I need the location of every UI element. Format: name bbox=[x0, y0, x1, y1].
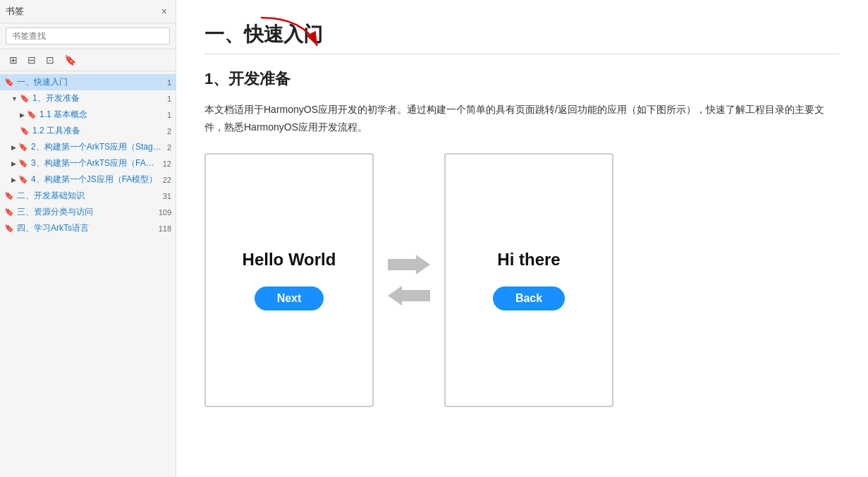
list-item[interactable]: 🔖 三、资源分类与访问 109 bbox=[0, 204, 176, 220]
item-label: 一、快速入门 bbox=[17, 76, 164, 88]
list-item[interactable]: 🔖 四、学习ArkTs语言 118 bbox=[0, 220, 176, 236]
bookmark-icon: 🔖 bbox=[18, 175, 28, 184]
search-bar bbox=[0, 23, 176, 49]
bookmark-icon: 🔖 bbox=[18, 159, 28, 168]
bookmark-tree: 🔖 一、快速入门 1 ▼ 🔖 1、开发准备 1 ▶ 🔖 1.1 基本概念 1 🔖… bbox=[0, 71, 176, 477]
item-page: 118 bbox=[159, 224, 171, 233]
bookmark-icon: 🔖 bbox=[27, 110, 37, 119]
arrow-annotation bbox=[247, 14, 331, 59]
main-content: 一、快速入门 1、开发准备 本文档适用于HarmonyOS应用开发的初学者。通过… bbox=[176, 0, 868, 477]
item-label: 4、构建第一个JS应用（FA模型） bbox=[31, 174, 160, 186]
item-label: 3、构建第一个ArkTS应用（FA模型） bbox=[31, 157, 160, 169]
list-item[interactable]: 🔖 一、快速入门 1 bbox=[0, 74, 176, 90]
sidebar: 书签 × ⊞ ⊟ ⊡ 🔖 🔖 一、快速入门 1 ▼ 🔖 1、开发准备 1 ▶ 🔖… bbox=[0, 0, 176, 477]
triangle-icon: ▼ bbox=[11, 95, 18, 102]
item-label: 1.2 工具准备 bbox=[32, 125, 164, 137]
list-item[interactable]: ▶ 🔖 3、构建第一个ArkTS应用（FA模型） 12 bbox=[0, 155, 176, 171]
left-arrow-icon bbox=[388, 286, 430, 306]
list-item[interactable]: 🔖 二、开发基础知识 31 bbox=[0, 188, 176, 204]
item-label: 四、学习ArkTs语言 bbox=[17, 222, 156, 234]
triangle-icon: ▶ bbox=[20, 111, 25, 119]
bookmark-icon: 🔖 bbox=[4, 78, 14, 87]
list-item[interactable]: ▼ 🔖 1、开发准备 1 bbox=[0, 90, 176, 107]
search-input[interactable] bbox=[6, 28, 170, 44]
screen2-label: Hi there bbox=[497, 250, 560, 270]
item-page: 2 bbox=[167, 127, 171, 135]
bookmark-icon: 🔖 bbox=[18, 143, 28, 152]
next-button[interactable]: Next bbox=[255, 286, 324, 310]
list-item[interactable]: ▶ 🔖 4、构建第一个JS应用（FA模型） 22 bbox=[0, 171, 176, 188]
item-label: 二、开发基础知识 bbox=[17, 190, 160, 202]
item-page: 22 bbox=[163, 176, 171, 184]
screen1-label: Hello World bbox=[243, 250, 336, 270]
list-item[interactable]: ▶ 🔖 2、构建第一个ArkTS应用（Stage模型） 2 bbox=[0, 139, 176, 155]
screen2-frame: Hi there Back bbox=[444, 153, 613, 407]
item-page: 12 bbox=[163, 159, 171, 168]
triangle-icon: ▶ bbox=[11, 144, 16, 151]
sidebar-header: 书签 × bbox=[0, 0, 176, 23]
close-button[interactable]: × bbox=[159, 4, 170, 18]
right-arrow-icon bbox=[388, 255, 430, 274]
toolbar-bookmark-add[interactable]: 🔖 bbox=[61, 52, 80, 68]
item-label: 1、开发准备 bbox=[32, 92, 164, 104]
item-label: 1.1 基本概念 bbox=[39, 109, 164, 121]
list-item[interactable]: 🔖 1.2 工具准备 2 bbox=[0, 123, 176, 139]
item-page: 2 bbox=[167, 143, 171, 152]
list-item[interactable]: ▶ 🔖 1.1 基本概念 1 bbox=[0, 107, 176, 123]
bookmark-icon: 🔖 bbox=[20, 94, 30, 103]
item-page: 1 bbox=[167, 95, 171, 103]
sub-title: 1、开发准备 bbox=[204, 68, 840, 90]
toolbar-collapse-all[interactable]: ⊟ bbox=[24, 52, 39, 68]
demo-container: Hello World Next Hi there Back bbox=[204, 153, 840, 407]
toolbar: ⊞ ⊟ ⊡ 🔖 bbox=[0, 49, 176, 71]
item-label: 三、资源分类与访问 bbox=[17, 206, 156, 218]
bookmark-icon: 🔖 bbox=[4, 191, 14, 200]
item-label: 2、构建第一个ArkTS应用（Stage模型） bbox=[31, 141, 164, 153]
item-page: 31 bbox=[163, 192, 171, 200]
svg-marker-1 bbox=[388, 255, 430, 274]
item-page: 1 bbox=[167, 111, 171, 119]
description-text: 本文档适用于HarmonyOS应用开发的初学者。通过构建一个简单的具有页面跳转/… bbox=[204, 101, 840, 136]
triangle-icon: ▶ bbox=[11, 160, 16, 167]
bookmark-icon: 🔖 bbox=[20, 126, 30, 135]
toolbar-page-view[interactable]: ⊡ bbox=[42, 52, 58, 68]
item-page: 109 bbox=[159, 208, 171, 217]
sidebar-title: 书签 bbox=[6, 5, 24, 18]
svg-marker-2 bbox=[388, 286, 430, 306]
screen1-frame: Hello World Next bbox=[204, 153, 374, 407]
bookmark-icon: 🔖 bbox=[4, 207, 14, 217]
navigation-arrows bbox=[374, 255, 444, 306]
toolbar-expand-all[interactable]: ⊞ bbox=[6, 52, 21, 68]
triangle-icon: ▶ bbox=[11, 176, 16, 183]
bookmark-icon: 🔖 bbox=[4, 224, 14, 233]
item-page: 1 bbox=[167, 78, 171, 87]
back-button[interactable]: Back bbox=[493, 286, 565, 310]
